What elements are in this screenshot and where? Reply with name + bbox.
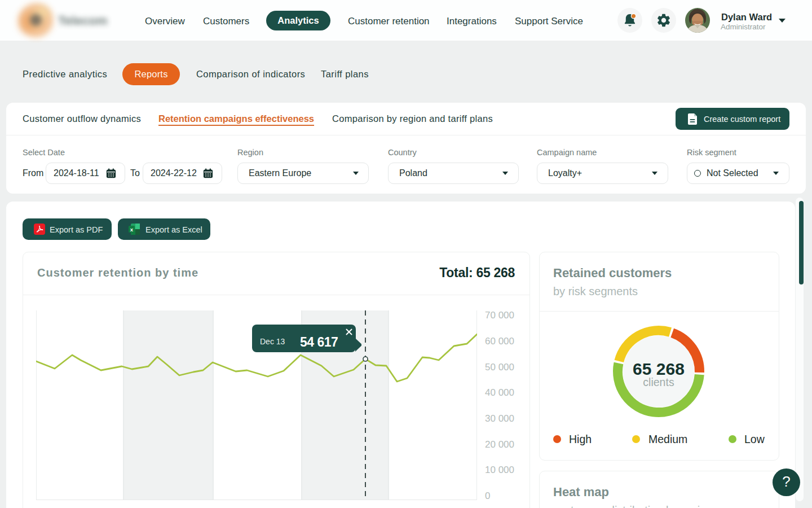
svg-text:x: x [130, 226, 134, 233]
